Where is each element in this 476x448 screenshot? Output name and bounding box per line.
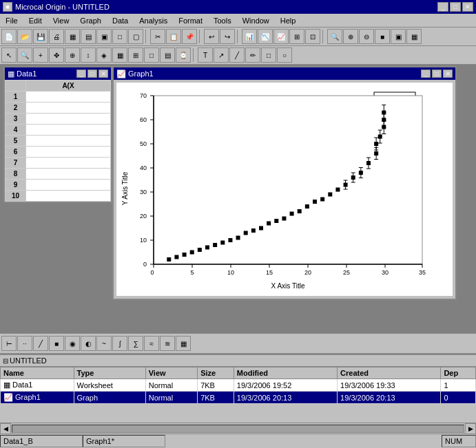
menu-graph[interactable]: Graph xyxy=(74,16,107,25)
menu-help[interactable]: Help xyxy=(275,16,302,25)
tb2-b6[interactable]: □ xyxy=(144,47,159,63)
cell-a[interactable] xyxy=(26,103,111,114)
menu-format[interactable]: Format xyxy=(173,16,208,25)
tb2-b1[interactable]: ⊕ xyxy=(65,47,80,63)
tb2-zoom[interactable]: 🔍 xyxy=(17,47,32,63)
btb-7[interactable]: ~ xyxy=(96,336,112,351)
table-row[interactable]: 10 xyxy=(6,191,111,202)
tb1-redo[interactable]: ↪ xyxy=(220,29,235,44)
minimize-button[interactable]: _ xyxy=(437,2,448,12)
tb2-b5[interactable]: ⊞ xyxy=(128,47,143,63)
btb-5[interactable]: ◉ xyxy=(65,336,80,351)
cell-a[interactable] xyxy=(26,114,111,125)
menu-analysis[interactable]: Analysis xyxy=(134,16,173,25)
data1-minimize[interactable]: _ xyxy=(76,70,86,78)
tb2-circle[interactable]: ○ xyxy=(277,47,292,63)
close-button[interactable]: ✕ xyxy=(462,2,473,12)
table-row[interactable]: 6 xyxy=(6,147,111,158)
btb-8[interactable]: ∫ xyxy=(112,336,127,351)
tb2-b2[interactable]: ↕ xyxy=(81,47,96,63)
btb-3[interactable]: ╱ xyxy=(33,336,48,351)
table-row[interactable]: 2 xyxy=(6,103,111,114)
table-row[interactable]: 7 xyxy=(6,158,111,169)
tb1-save[interactable]: 💾 xyxy=(33,29,48,44)
cell-a[interactable] xyxy=(26,180,111,191)
btb-12[interactable]: ▦ xyxy=(176,336,191,351)
tb2-b7[interactable]: ▤ xyxy=(160,47,175,63)
tb1-b2[interactable]: ▤ xyxy=(81,29,96,44)
tb1-new[interactable]: 📄 xyxy=(1,29,17,44)
cell-a[interactable] xyxy=(26,147,111,158)
scroll-left[interactable]: ◀ xyxy=(0,423,11,434)
list-item[interactable]: 📈 Graph1 Graph Normal 7KB 19/3/2006 20:1… xyxy=(1,392,476,404)
tb2-line[interactable]: ╱ xyxy=(229,47,245,63)
cell-a[interactable] xyxy=(26,158,111,169)
graph1-title-bar[interactable]: 📈 Graph1 _ □ ✕ xyxy=(114,67,455,80)
tb1-b1[interactable]: ▦ xyxy=(65,29,80,44)
menu-view[interactable]: View xyxy=(48,16,75,25)
maximize-button[interactable]: □ xyxy=(450,2,461,12)
tb1-b11[interactable]: ■ xyxy=(375,29,390,44)
btb-9[interactable]: ∑ xyxy=(128,336,143,351)
data1-close[interactable]: ✕ xyxy=(99,70,108,78)
cell-a[interactable] xyxy=(26,125,111,136)
cell-a[interactable] xyxy=(26,169,111,180)
tb1-b7[interactable]: 📉 xyxy=(258,29,273,44)
tb1-b6[interactable]: 📊 xyxy=(242,29,257,44)
btb-6[interactable]: ◐ xyxy=(81,336,96,351)
menu-file[interactable]: File xyxy=(0,16,23,25)
tb1-print[interactable]: 🖨 xyxy=(49,29,64,44)
btb-10[interactable]: ≈ xyxy=(144,336,159,351)
tb1-zoom[interactable]: 🔍 xyxy=(327,29,342,44)
table-row[interactable]: 3 xyxy=(6,114,111,125)
menu-data[interactable]: Data xyxy=(107,16,134,25)
tb1-b8[interactable]: 📈 xyxy=(273,29,289,44)
tb2-add[interactable]: + xyxy=(33,47,48,63)
list-item[interactable]: ▦ Data1 Worksheet Normal 7KB 19/3/2006 1… xyxy=(1,379,476,392)
table-row[interactable]: 9 xyxy=(6,180,111,191)
tb2-b8[interactable]: ⌚ xyxy=(176,47,191,63)
graph1-minimize[interactable]: _ xyxy=(421,70,431,78)
tb1-undo[interactable]: ↩ xyxy=(204,29,219,44)
tb2-pen[interactable]: ✏ xyxy=(245,47,260,63)
tb2-rect[interactable]: □ xyxy=(261,47,276,63)
table-row[interactable]: 5 xyxy=(6,136,111,147)
btb-2[interactable]: ·∙ xyxy=(17,336,32,351)
table-row[interactable]: 1 xyxy=(6,92,111,103)
btb-11[interactable]: ≋ xyxy=(160,336,175,351)
graph1-close[interactable]: ✕ xyxy=(443,70,453,78)
tb1-open[interactable]: 📂 xyxy=(17,29,32,44)
menu-window[interactable]: Window xyxy=(237,16,275,25)
tb1-b9[interactable]: ⊞ xyxy=(289,29,304,44)
tb1-b5[interactable]: ▢ xyxy=(128,29,143,44)
btb-1[interactable]: ⊢ xyxy=(1,336,17,351)
tb2-move[interactable]: ✥ xyxy=(49,47,64,63)
tb1-cut[interactable]: ✂ xyxy=(150,29,165,44)
tb1-b3[interactable]: ▣ xyxy=(96,29,112,44)
table-row[interactable]: 4 xyxy=(6,125,111,136)
tb2-b3[interactable]: ◈ xyxy=(96,47,112,63)
table-row[interactable]: 8 xyxy=(6,169,111,180)
btb-4[interactable]: ■ xyxy=(49,336,64,351)
tb2-text[interactable]: T xyxy=(198,47,213,63)
tb1-b4[interactable]: □ xyxy=(112,29,127,44)
cell-a[interactable] xyxy=(26,191,111,202)
tb1-paste[interactable]: 📌 xyxy=(182,29,197,44)
data1-title-bar[interactable]: ▦ Data1 _ □ ✕ xyxy=(5,67,111,80)
tb1-zoomin[interactable]: ⊕ xyxy=(343,29,358,44)
tb2-b4[interactable]: ▦ xyxy=(112,47,127,63)
scroll-right[interactable]: ▶ xyxy=(465,423,476,434)
menu-tools[interactable]: Tools xyxy=(208,16,237,25)
cell-a[interactable] xyxy=(26,92,111,103)
tb1-b13[interactable]: ▦ xyxy=(406,29,422,44)
data1-maximize[interactable]: □ xyxy=(87,70,97,78)
tb1-zoomout[interactable]: ⊖ xyxy=(359,29,374,44)
scroll-track[interactable] xyxy=(12,425,464,433)
menu-edit[interactable]: Edit xyxy=(23,16,48,25)
tb2-select[interactable]: ↖ xyxy=(1,47,17,63)
graph1-maximize[interactable]: □ xyxy=(432,70,442,78)
tb1-b10[interactable]: ⊡ xyxy=(305,29,320,44)
tb1-b12[interactable]: ▣ xyxy=(391,29,406,44)
cell-a[interactable] xyxy=(26,136,111,147)
tb2-arrow[interactable]: ↗ xyxy=(214,47,229,63)
